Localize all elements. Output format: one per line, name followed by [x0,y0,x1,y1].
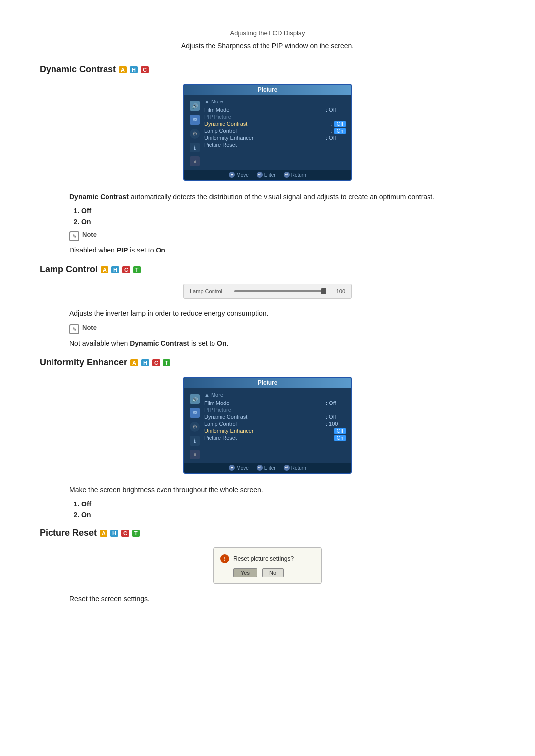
lamp-control-box: Lamp Control 100 [183,284,352,299]
badge-a: A [119,66,127,73]
dynamic-contrast-screen: Picture 🔊 🖼 ⚙ ℹ [40,84,495,181]
menu-item-uniformity: Uniformity Enhancer : Off [204,134,346,141]
screen-content-2: 🔊 🖼 ⚙ ℹ 🖥 [184,388,351,463]
footer-enter: ↵ Enter [257,172,276,178]
lamp-control-desc: Adjusts the inverter lamp in order to re… [69,308,495,319]
dynamic-contrast-desc: Dynamic Contrast automatically detects t… [69,192,495,202]
intro-text: Adjusts the Sharpness of the PIP window … [40,42,495,50]
lamp-value: 100 [331,288,345,294]
menu-item-film-mode-2: Film Mode : Off [204,400,346,406]
menu-item-uniformity-2: Uniformity Enhancer Off [204,427,346,434]
enter-icon: ↵ [257,172,263,178]
footer-enter-2: ↵ Enter [257,465,276,471]
badge-h: H [130,66,138,73]
dynamic-contrast-note-text: Disabled when PIP is set to On. [69,245,495,255]
lamp-control-slider-container: Lamp Control 100 [40,284,495,299]
picture-reset-body: Reset the screen settings. [69,594,495,604]
icon-gear: ⚙ [189,128,200,139]
move-icon: ● [229,172,235,178]
menu-item-lamp-control: Lamp Control : On [204,127,346,134]
footer-return-2: ↩ Return [284,465,306,471]
footer-return: ↩ Return [284,172,306,178]
uniformity-enhancer-heading: Uniformity Enhancer A H C T [40,357,495,368]
menu-more-1: ▲ More [204,99,346,104]
lamp-control-body: Adjusts the inverter lamp in order to re… [69,308,495,349]
option-off-1: Off [81,207,495,215]
reset-badge-h: H [110,530,118,537]
uni-option-off: Off [81,500,495,508]
reset-badge-c: C [121,530,129,537]
screen-menu-2: ▲ More Film Mode : Off PIP Picture Dynam… [204,392,346,460]
dynamic-contrast-note: ✎ Note [69,231,495,241]
return-icon: ↩ [284,172,290,178]
uniformity-screen: Picture 🔊 🖼 ⚙ ℹ [40,377,495,474]
dynamic-contrast-body: Dynamic Contrast automatically detects t… [69,192,495,255]
icon-speaker: 🔊 [189,101,200,111]
lamp-slider-fill [234,290,322,292]
icon-display-2: 🖥 [189,449,200,460]
screen-title-2: Picture [184,378,351,388]
menu-item-dynamic-contrast-2: Dynamic Contrast : Off [204,413,346,420]
screen-icons-2: 🔊 🖼 ⚙ ℹ 🖥 [189,392,200,460]
menu-more-2: ▲ More [204,392,346,398]
icon-picture-2: 🖼 [189,407,200,418]
reset-icon: ! [220,554,229,563]
option-on-1: On [81,218,495,226]
lamp-control-note: ✎ Note [69,324,495,334]
page-container: Adjusting the LCD Display Adjusts the Sh… [0,0,535,756]
uniformity-options: Off On [81,500,495,519]
uni-badge-h: H [141,359,149,366]
screen-box-1: Picture 🔊 🖼 ⚙ ℹ [183,84,352,181]
menu-item-film-mode: Film Mode : Off [204,106,346,113]
reset-dialog-container: ! Reset picture settings? Yes No [40,547,495,584]
reset-dialog-text: Reset picture settings? [233,555,294,562]
reset-badge-t: T [132,530,140,537]
reset-no-button[interactable]: No [262,568,284,577]
screen-box-2: Picture 🔊 🖼 ⚙ ℹ [183,377,352,474]
menu-item-dynamic-contrast: Dynamic Contrast : Off [204,120,346,127]
picture-reset-heading: Picture Reset A H C T [40,528,495,538]
uni-option-on: On [81,511,495,519]
lamp-slider-track[interactable] [234,290,326,292]
menu-item-picture-reset-2: Picture Reset On [204,434,346,441]
uniformity-body: Make the screen brightness even througho… [69,485,495,519]
top-rule [40,20,495,20]
screen-title-1: Picture [184,85,351,95]
screen-footer-2: ● Move ↵ Enter ↩ Return [184,463,351,473]
screen-menu-1: ▲ More Film Mode : Off PIP Picture Dynam… [204,99,346,167]
icon-display: 🖥 [189,156,200,167]
dynamic-contrast-heading: Dynamic Contrast A H C [40,64,495,75]
icon-speaker-2: 🔊 [189,394,200,404]
screen-content-1: 🔊 🖼 ⚙ ℹ 🖥 [184,95,351,170]
badge-c: C [141,66,149,73]
note-label-2: Note [82,324,97,331]
return-icon-2: ↩ [284,465,290,471]
page-header: Adjusting the LCD Display [40,29,495,37]
footer-move: ● Move [229,172,248,178]
picture-reset-desc: Reset the screen settings. [69,594,495,604]
reset-badge-a: A [100,530,107,537]
uni-badge-c: C [152,359,160,366]
lamp-badge-c: C [122,266,130,273]
reset-yes-button[interactable]: Yes [233,568,257,577]
header-text: Adjusting the LCD Display [230,29,305,37]
footer-move-2: ● Move [229,465,248,471]
lamp-control-heading: Lamp Control A H C T [40,264,495,275]
reset-buttons[interactable]: Yes No [233,568,284,577]
bottom-rule [40,624,495,624]
lamp-control-label: Lamp Control [190,288,229,294]
menu-item-picture-reset-1: Picture Reset [204,141,346,148]
note-icon-2: ✎ [69,324,79,334]
note-label-1: Note [82,231,97,238]
lamp-badge-a: A [101,266,108,273]
screen-footer-1: ● Move ↵ Enter ↩ Return [184,170,351,180]
uni-badge-a: A [130,359,138,366]
uniformity-desc: Make the screen brightness even througho… [69,485,495,495]
reset-dialog: ! Reset picture settings? Yes No [213,547,322,584]
lamp-badge-h: H [111,266,119,273]
icon-info-2: ℹ [189,435,200,446]
icon-picture: 🖼 [189,114,200,125]
move-icon-2: ● [229,465,235,471]
lamp-slider-thumb [321,288,326,294]
note-icon-1: ✎ [69,231,79,241]
